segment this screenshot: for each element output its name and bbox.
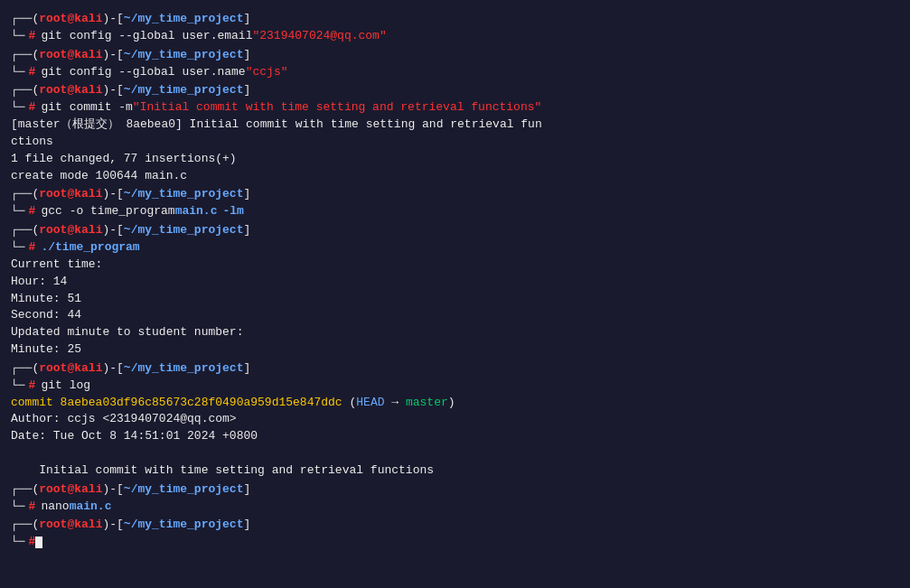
command-block-8: ┌──(root@kali)-[~/my_time_project] └─# <box>11 517 899 551</box>
command-exec: ./time_program <box>41 239 139 257</box>
command-bold: main.c <box>175 203 218 220</box>
prompt-bracket: )-[ <box>102 481 123 499</box>
prompt-line-prefix: └─ <box>11 64 25 81</box>
prompt-bracket-close: ] <box>243 222 250 239</box>
command-line: └─# git log <box>11 378 899 395</box>
commit-message <box>11 445 899 462</box>
prompt-dir: ~/my_time_project <box>124 11 244 28</box>
prompt-user: root@kali <box>39 222 102 239</box>
prompt-dir: ~/my_time_project <box>124 481 244 499</box>
prompt-bracket: )-[ <box>102 82 123 99</box>
prompt-line-prefix: └─ <box>11 499 25 516</box>
command-line: └─# gcc -o time_program main.c -lm <box>11 203 899 220</box>
prompt-line: ┌──(root@kali)-[~/my_time_project] <box>11 481 899 499</box>
command-file: main.c <box>70 499 112 516</box>
prompt-line-prefix: └─ <box>11 28 25 45</box>
output-line: ctions <box>11 134 899 151</box>
prompt-bracket-close: ] <box>243 47 250 64</box>
command-line: └─# <box>11 534 899 551</box>
prompt-bracket: )-[ <box>102 47 123 64</box>
commit-message-text: Initial commit with time setting and ret… <box>11 462 899 480</box>
command-text: git config --global user.name <box>41 64 245 81</box>
date-line: Date: Tue Oct 8 14:51:01 2024 +0800 <box>11 428 899 445</box>
output-line: 1 file changed, 77 insertions(+) <box>11 151 899 168</box>
prompt-user: root@kali <box>39 11 102 28</box>
command-block-6: ┌──(root@kali)-[~/my_time_project] └─# g… <box>11 360 899 480</box>
prompt-hash: # <box>29 28 36 45</box>
prompt-bracket: )-[ <box>102 360 123 378</box>
command-block-5: ┌──(root@kali)-[~/my_time_project] └─# .… <box>11 222 899 359</box>
prompt-hash: # <box>29 203 36 220</box>
prompt-line: ┌──(root@kali)-[~/my_time_project] <box>11 517 899 534</box>
prompt-dash: ┌──( <box>11 360 39 378</box>
prompt-dir: ~/my_time_project <box>124 82 244 99</box>
output-line: [master（根提交） 8aebea0] Initial commit wit… <box>11 117 899 134</box>
prompt-line-prefix: └─ <box>11 203 25 220</box>
prompt-hash: # <box>29 239 36 257</box>
head-label: HEAD <box>356 396 384 409</box>
prompt-line-prefix: └─ <box>11 534 25 551</box>
cursor-blink <box>35 537 42 548</box>
prompt-line: ┌──(root@kali)-[~/my_time_project] <box>11 82 899 99</box>
command-line: └─# git config --global user.email "2319… <box>11 28 899 45</box>
command-text: git commit -m <box>41 99 132 117</box>
prompt-user: root@kali <box>39 517 102 534</box>
prompt-dash: ┌──( <box>11 47 39 64</box>
prompt-hash: # <box>29 64 36 81</box>
prompt-bracket-close: ] <box>243 517 250 534</box>
prompt-bracket-close: ] <box>243 186 250 203</box>
output-updated: Updated minute to student number: <box>11 324 899 341</box>
command-block-2: ┌──(root@kali)-[~/my_time_project] └─# g… <box>11 47 899 81</box>
prompt-bracket: )-[ <box>102 11 123 28</box>
master-label: master <box>406 396 448 409</box>
command-line: └─# git config --global user.name "ccjs" <box>11 64 899 81</box>
prompt-dash: ┌──( <box>11 481 39 499</box>
prompt-user: root@kali <box>39 481 102 499</box>
prompt-bracket-close: ] <box>243 481 250 499</box>
commit-line: commit 8aebea03df96c85673c28f0490a959d15… <box>11 395 899 412</box>
prompt-dash: ┌──( <box>11 186 39 203</box>
prompt-user: root@kali <box>39 186 102 203</box>
prompt-line: ┌──(root@kali)-[~/my_time_project] <box>11 11 899 28</box>
prompt-user: root@kali <box>39 47 102 64</box>
output-line: create mode 100644 main.c <box>11 168 899 185</box>
command-block-1: ┌──(root@kali)-[~/my_time_project] └─# g… <box>11 11 899 45</box>
arrow: → <box>385 396 406 409</box>
prompt-dir: ~/my_time_project <box>124 186 244 203</box>
command-block-3: ┌──(root@kali)-[~/my_time_project] └─# g… <box>11 82 899 184</box>
command-line: └─# nano main.c <box>11 499 899 516</box>
prompt-dir: ~/my_time_project <box>124 360 244 378</box>
prompt-hash: # <box>29 499 36 516</box>
command-arg: "Initial commit with time setting and re… <box>133 99 541 117</box>
output-second: Second: 44 <box>11 307 899 324</box>
command-text: git log <box>41 378 90 395</box>
prompt-line: ┌──(root@kali)-[~/my_time_project] <box>11 360 899 378</box>
output-minute: Minute: 51 <box>11 291 899 308</box>
prompt-dir: ~/my_time_project <box>124 222 244 239</box>
prompt-hash: # <box>29 99 36 117</box>
command-block-7: ┌──(root@kali)-[~/my_time_project] └─# n… <box>11 481 899 516</box>
prompt-dash: ┌──( <box>11 82 39 99</box>
close-paren: ) <box>448 396 455 409</box>
output-new-minute: Minute: 25 <box>11 341 899 359</box>
prompt-dir: ~/my_time_project <box>124 47 244 64</box>
prompt-dash: ┌──( <box>11 11 39 28</box>
prompt-bracket-close: ] <box>243 11 250 28</box>
prompt-hash: # <box>29 534 36 551</box>
prompt-dir: ~/my_time_project <box>124 517 244 534</box>
author-line: Author: ccjs <2319407024@qq.com> <box>11 411 899 428</box>
prompt-line: ┌──(root@kali)-[~/my_time_project] <box>11 47 899 64</box>
command-text: gcc -o time_program <box>41 203 174 220</box>
command-arg: "2319407024@qq.com" <box>252 28 386 45</box>
command-text: git config --global user.email <box>41 28 252 45</box>
prompt-bracket: )-[ <box>102 517 123 534</box>
prompt-line-prefix: └─ <box>11 239 25 257</box>
command-arg: "ccjs" <box>246 64 288 81</box>
terminal-window: ┌──(root@kali)-[~/my_time_project] └─# g… <box>4 7 906 556</box>
command-line: └─# ./time_program <box>11 239 899 257</box>
prompt-bracket: )-[ <box>102 186 123 203</box>
prompt-line: ┌──(root@kali)-[~/my_time_project] <box>11 186 899 203</box>
prompt-user: root@kali <box>39 82 102 99</box>
prompt-dash: ┌──( <box>11 517 39 534</box>
output-hour: Hour: 14 <box>11 274 899 291</box>
